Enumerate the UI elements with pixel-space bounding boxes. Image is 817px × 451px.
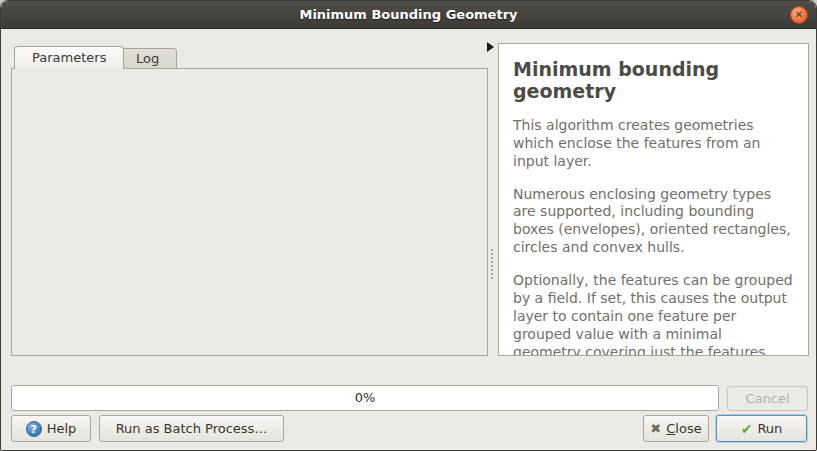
help-paragraph: This algorithm creates geometries which … bbox=[513, 117, 794, 171]
help-panel: Minimum bounding geometry This algorithm… bbox=[498, 43, 809, 356]
parameters-pane bbox=[11, 68, 488, 356]
window-title: Minimum Bounding Geometry bbox=[1, 1, 816, 29]
progress-bar: 0% bbox=[11, 385, 719, 411]
cancel-label: Cancel bbox=[745, 391, 789, 406]
close-icon: ✕ bbox=[795, 9, 803, 20]
tab-parameters[interactable]: Parameters bbox=[14, 46, 124, 69]
help-paragraph: Optionally, the features can be grouped … bbox=[513, 272, 794, 356]
help-paragraph: Numerous enclosing geometry types are su… bbox=[513, 186, 794, 258]
run-check-icon: ✔ bbox=[741, 421, 753, 437]
batch-label: Run as Batch Process… bbox=[116, 421, 268, 436]
run-button[interactable]: ✔ Run bbox=[716, 415, 807, 442]
run-as-batch-process-button[interactable]: Run as Batch Process… bbox=[99, 415, 284, 442]
help-icon: ? bbox=[26, 421, 42, 437]
run-label: Run bbox=[757, 421, 782, 436]
window-close-button[interactable]: ✕ bbox=[790, 6, 808, 24]
help-title: Minimum bounding geometry bbox=[513, 58, 794, 103]
progress-value: 0% bbox=[355, 390, 376, 405]
help-label: Help bbox=[47, 421, 77, 436]
close-cross-icon: ✖ bbox=[650, 421, 661, 436]
close-button[interactable]: ✖ Close bbox=[643, 415, 709, 442]
splitter-handle[interactable] bbox=[491, 249, 494, 279]
minimum-bounding-geometry-dialog: Minimum Bounding Geometry ✕ Parameters L… bbox=[0, 0, 817, 451]
cancel-button: Cancel bbox=[727, 386, 808, 411]
titlebar: Minimum Bounding Geometry ✕ bbox=[1, 1, 816, 29]
close-label: Close bbox=[666, 421, 701, 436]
collapse-help-arrow-icon[interactable] bbox=[487, 42, 494, 52]
tab-log[interactable]: Log bbox=[118, 48, 177, 69]
help-button[interactable]: ? Help bbox=[11, 415, 91, 442]
